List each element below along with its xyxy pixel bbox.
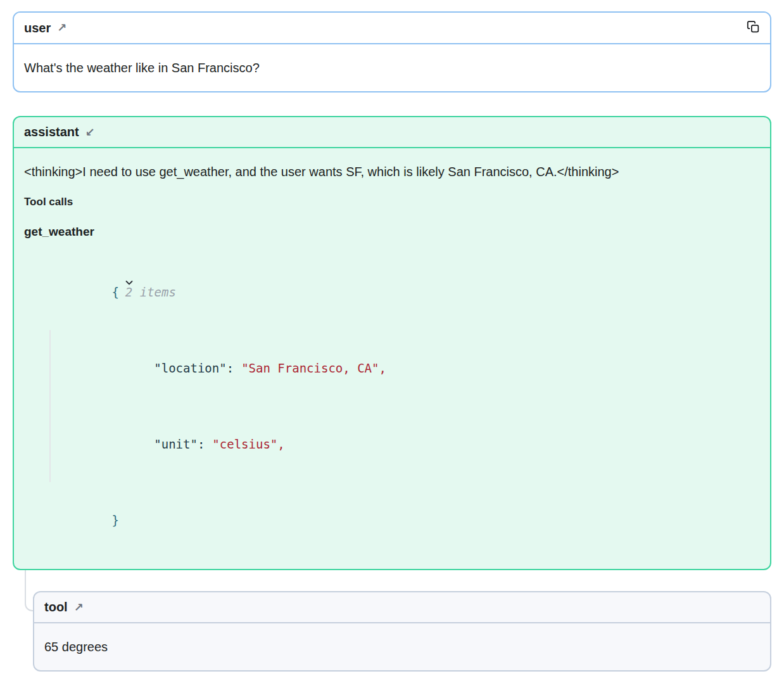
tool-card-header: tool ↗ (34, 592, 770, 623)
message-card-assistant-first: assistant ↙ <thinking>I need to use get_… (13, 116, 771, 570)
json-value: "San Francisco, CA", (241, 361, 386, 375)
json-key: "location": (154, 361, 234, 375)
arrow-up-right-icon: ↗ (57, 22, 66, 34)
user-card-content: What's the weather like in San Francisco… (14, 44, 770, 91)
json-close-row: } (24, 482, 760, 558)
message-card-user: user ↗ What's the weather like in San Fr… (13, 11, 771, 92)
user-card-header: user ↗ (14, 13, 770, 44)
close-brace: } (111, 513, 118, 527)
conversation-view: user ↗ What's the weather like in San Fr… (0, 0, 784, 688)
items-count: 2 items (125, 285, 176, 299)
json-key: "unit": (154, 437, 205, 451)
assistant-card-header: assistant ↙ (14, 117, 770, 148)
message-text: What's the weather like in San Francisco… (24, 55, 760, 80)
json-entry-row: "location":"San Francisco, CA", (67, 330, 760, 406)
message-card-tool: tool ↗ 65 degrees (33, 591, 771, 672)
json-root-row: {2 items (24, 244, 760, 330)
copy-icon (747, 20, 760, 35)
copy-button[interactable] (747, 20, 760, 35)
role-label: user (24, 21, 51, 35)
assistant-card-content: <thinking>I need to use get_weather, and… (14, 148, 770, 569)
tool-card-content: 65 degrees (34, 623, 770, 670)
collapse-chevron-icon[interactable] (96, 269, 106, 298)
role-label: tool (44, 600, 68, 615)
json-value: "celsius", (212, 437, 284, 451)
thinking-text: <thinking>I need to use get_weather, and… (24, 159, 760, 184)
json-entries: "location":"San Francisco, CA", "unit":"… (49, 330, 760, 482)
open-brace: { (111, 285, 118, 299)
tool-connector-line (25, 570, 34, 611)
role-label: assistant (24, 125, 79, 139)
tool-call-name: get_weather (24, 224, 760, 240)
message-text: 65 degrees (44, 634, 760, 659)
tool-calls-label: Tool calls (24, 194, 760, 210)
json-entry-row: "unit":"celsius", (67, 406, 760, 482)
arrow-up-right-icon: ↗ (74, 602, 84, 613)
arrow-down-left-icon: ↙ (85, 127, 95, 138)
json-tree: {2 items "location":"San Francisco, CA",… (24, 244, 760, 558)
